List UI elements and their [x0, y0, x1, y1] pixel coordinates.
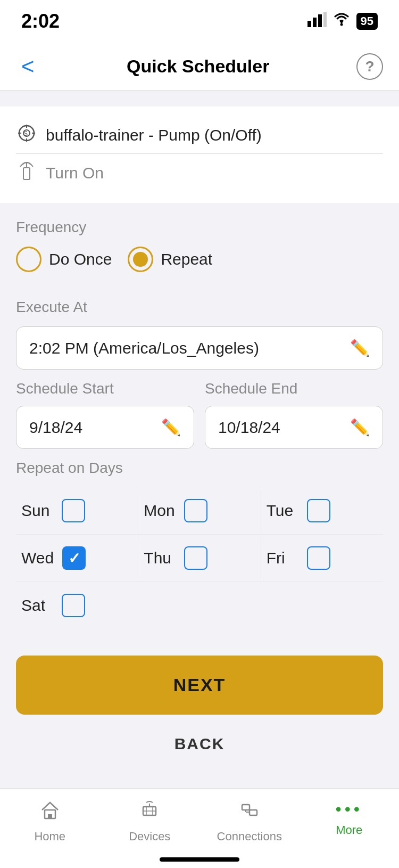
execute-at-value: 2:02 PM (America/Los_Angeles) — [29, 339, 259, 357]
devices-icon — [139, 799, 160, 825]
more-icon: ••• — [335, 799, 363, 819]
checkbox-tue[interactable] — [307, 499, 330, 522]
radio-repeat[interactable] — [128, 247, 153, 272]
device-action-row: Turn On — [16, 153, 383, 192]
days-row-1: Sun Mon Tue — [16, 487, 383, 535]
status-icons: 95 — [307, 12, 378, 31]
day-fri-label: Fri — [267, 549, 298, 567]
execute-at-section: Execute At 2:02 PM (America/Los_Angeles)… — [16, 283, 383, 380]
day-cell-thu: Thu — [138, 535, 261, 582]
svg-rect-3 — [323, 12, 327, 27]
checkbox-sun[interactable] — [62, 499, 85, 522]
day-cell-fri: Fri — [261, 535, 383, 582]
battery-icon: 95 — [356, 13, 378, 30]
days-grid: Sun Mon Tue Wed Thu — [16, 487, 383, 629]
device-name: buffalo-trainer - Pump (On/Off) — [46, 126, 262, 144]
day-cell-wed: Wed — [16, 535, 138, 582]
day-cell-sun: Sun — [16, 487, 138, 534]
page-title: Quick Scheduler — [127, 56, 269, 77]
schedule-end-col: Schedule End 10/18/24 ✏️ — [205, 380, 383, 449]
content-area: S buffalo-trainer - Pump (On/Off) Turn O… — [0, 91, 399, 868]
next-button[interactable]: NEXT — [16, 656, 383, 715]
checkbox-fri[interactable] — [307, 546, 330, 570]
day-sun-label: Sun — [21, 502, 53, 520]
repeat-label: Repeat — [161, 250, 212, 268]
nav-devices[interactable]: Devices — [100, 799, 200, 844]
svg-rect-15 — [48, 814, 52, 818]
schedule-start-value: 9/18/24 — [29, 419, 82, 437]
day-mon-label: Mon — [144, 502, 176, 520]
bottom-nav: Home Devices Connections ••• — [0, 788, 399, 868]
device-action: Turn On — [46, 164, 104, 182]
device-name-row: S buffalo-trainer - Pump (On/Off) — [16, 117, 383, 153]
execute-at-label: Execute At — [16, 299, 383, 316]
help-button[interactable]: ? — [356, 53, 383, 80]
frequency-repeat[interactable]: Repeat — [128, 247, 212, 272]
checkbox-wed[interactable] — [62, 546, 86, 570]
repeat-days-label: Repeat on Days — [16, 460, 383, 477]
day-cell-mon: Mon — [138, 487, 261, 534]
home-icon — [39, 799, 61, 825]
schedule-start-field[interactable]: 9/18/24 ✏️ — [16, 406, 194, 449]
nav-home[interactable]: Home — [0, 799, 100, 844]
day-tue-label: Tue — [267, 502, 298, 520]
day-wed-label: Wed — [21, 549, 54, 567]
status-time: 2:02 — [21, 10, 60, 32]
day-sat-label: Sat — [21, 596, 53, 615]
radio-do-once[interactable] — [16, 247, 41, 272]
back-button-bottom[interactable]: BACK — [16, 720, 383, 768]
back-button[interactable]: < — [16, 48, 40, 85]
days-row-2: Wed Thu Fri — [16, 535, 383, 582]
execute-at-field[interactable]: 2:02 PM (America/Los_Angeles) ✏️ — [16, 326, 383, 370]
checkbox-sat[interactable] — [62, 594, 85, 617]
execute-at-edit-icon[interactable]: ✏️ — [350, 339, 370, 357]
home-indicator — [160, 857, 239, 862]
nav-header: < Quick Scheduler ? — [0, 43, 399, 91]
nav-devices-label: Devices — [129, 830, 170, 844]
repeat-days-section: Repeat on Days Sun Mon Tue — [16, 449, 383, 640]
schedule-start-edit-icon[interactable]: ✏️ — [161, 418, 181, 437]
nav-more[interactable]: ••• More — [300, 799, 400, 837]
frequency-do-once[interactable]: Do Once — [16, 247, 112, 272]
days-row-3: Sat — [16, 582, 383, 629]
schedule-end-value: 10/18/24 — [218, 419, 280, 437]
wifi-icon — [332, 12, 351, 31]
checkbox-mon[interactable] — [184, 499, 207, 522]
frequency-options: Do Once Repeat — [16, 247, 383, 272]
checkbox-thu[interactable] — [184, 546, 207, 570]
signal-device-icon — [16, 160, 37, 186]
day-cell-tue: Tue — [261, 487, 383, 534]
svg-rect-22 — [250, 810, 257, 815]
svg-rect-12 — [23, 168, 30, 179]
svg-text:S: S — [23, 130, 28, 137]
signal-icon — [307, 12, 327, 31]
schedule-end-field[interactable]: 10/18/24 ✏️ — [205, 406, 383, 449]
status-bar: 2:02 95 — [0, 0, 399, 43]
nav-connections-label: Connections — [217, 830, 282, 844]
date-row: Schedule Start 9/18/24 ✏️ Schedule End 1… — [16, 380, 383, 449]
svg-rect-21 — [242, 805, 250, 810]
nav-connections[interactable]: Connections — [200, 799, 300, 844]
do-once-label: Do Once — [49, 250, 112, 268]
svg-rect-0 — [307, 21, 311, 27]
schedule-start-col: Schedule Start 9/18/24 ✏️ — [16, 380, 194, 449]
day-cell-sat: Sat — [16, 582, 383, 629]
device-schedule-icon: S — [16, 124, 37, 147]
svg-rect-2 — [318, 14, 322, 27]
frequency-section: Frequency Do Once Repeat — [16, 203, 383, 283]
nav-home-label: Home — [34, 830, 65, 844]
day-thu-label: Thu — [144, 549, 176, 567]
svg-point-4 — [340, 23, 343, 26]
schedule-start-label: Schedule Start — [16, 380, 194, 397]
frequency-label: Frequency — [16, 219, 383, 236]
schedule-end-edit-icon[interactable]: ✏️ — [350, 418, 370, 437]
schedule-end-label: Schedule End — [205, 380, 383, 397]
device-info: S buffalo-trainer - Pump (On/Off) Turn O… — [0, 107, 399, 203]
nav-more-label: More — [336, 823, 362, 837]
svg-rect-1 — [313, 18, 317, 27]
connections-icon — [239, 799, 260, 825]
